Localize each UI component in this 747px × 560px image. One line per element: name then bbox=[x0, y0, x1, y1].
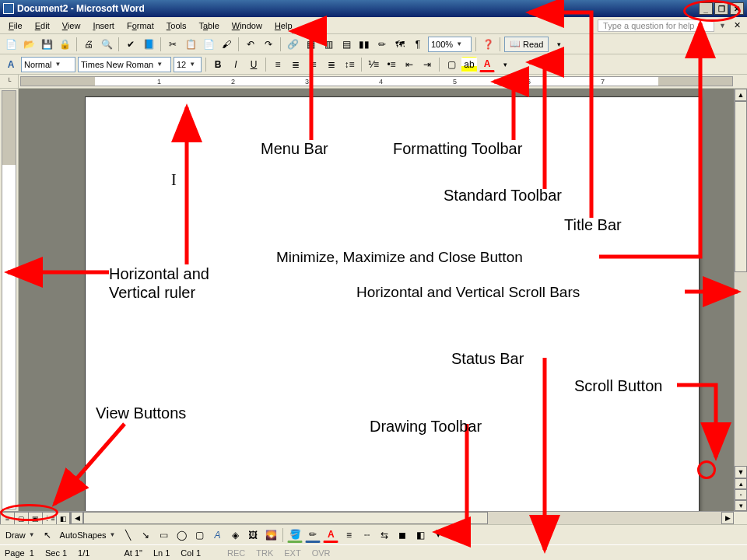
print-icon[interactable]: 🖨 bbox=[81, 37, 96, 52]
print-preview-icon[interactable]: 🔍 bbox=[99, 37, 114, 52]
help-dropdown-icon[interactable]: ▼ bbox=[719, 22, 726, 30]
page[interactable]: I bbox=[85, 96, 700, 511]
vertical-ruler[interactable] bbox=[0, 89, 19, 511]
bullets-icon[interactable]: •≡ bbox=[384, 57, 399, 72]
read-button[interactable]: 📖 Read bbox=[504, 37, 549, 52]
justify-icon[interactable]: ≣ bbox=[324, 57, 339, 72]
tables-borders-icon[interactable]: ▦ bbox=[303, 37, 318, 52]
drawbar-options-icon[interactable]: ▾ bbox=[430, 527, 446, 543]
format-painter-icon[interactable]: 🖌 bbox=[219, 37, 234, 52]
new-doc-icon[interactable]: 📄 bbox=[3, 37, 19, 52]
arrow-style-icon[interactable]: ⇆ bbox=[377, 527, 392, 543]
diagram-icon[interactable]: ◈ bbox=[227, 527, 243, 543]
save-icon[interactable]: 💾 bbox=[39, 37, 54, 52]
hyperlink-icon[interactable]: 🔗 bbox=[285, 37, 300, 52]
line-style-icon[interactable]: ≡ bbox=[341, 527, 356, 543]
increase-indent-icon[interactable]: ⇥ bbox=[419, 57, 435, 72]
dash-style-icon[interactable]: ┄ bbox=[359, 527, 374, 543]
borders-icon[interactable]: ▢ bbox=[444, 57, 459, 72]
autoshapes-menu[interactable]: AutoShapes▼ bbox=[58, 527, 118, 543]
line-color-icon[interactable]: ✏ bbox=[305, 527, 321, 543]
align-right-icon[interactable]: ≡ bbox=[306, 57, 321, 72]
bold-icon[interactable]: B bbox=[210, 57, 226, 72]
permission-icon[interactable]: 🔒 bbox=[57, 37, 72, 52]
zoom-combo[interactable]: 100%▼ bbox=[428, 37, 472, 52]
spelling-icon[interactable]: ✔ bbox=[123, 37, 139, 52]
hscroll-thumb[interactable] bbox=[83, 512, 488, 524]
menu-help[interactable]: Help bbox=[269, 19, 298, 32]
toolbar-options-icon-2[interactable]: ▾ bbox=[497, 57, 513, 72]
open-icon[interactable]: 📂 bbox=[21, 37, 37, 52]
vscroll-track[interactable] bbox=[735, 101, 747, 466]
shadow-style-icon[interactable]: ◼ bbox=[395, 527, 410, 543]
menu-format[interactable]: Format bbox=[121, 19, 160, 32]
redo-icon[interactable]: ↷ bbox=[261, 37, 276, 52]
style-combo[interactable]: Normal▼ bbox=[21, 57, 75, 72]
menu-tools[interactable]: Tools bbox=[161, 19, 192, 32]
excel-icon[interactable]: ▤ bbox=[338, 37, 354, 52]
fill-color-icon[interactable]: 🪣 bbox=[287, 527, 303, 543]
arrow-icon[interactable]: ↘ bbox=[138, 527, 153, 543]
hscroll-track[interactable] bbox=[83, 512, 721, 524]
scroll-down-button[interactable]: ▼ bbox=[735, 466, 747, 478]
highlight-icon[interactable]: ab bbox=[461, 57, 477, 72]
copy-icon[interactable]: 📋 bbox=[183, 37, 198, 52]
vertical-scrollbar[interactable]: ▲ ▼ ▴ ◦ ▾ bbox=[734, 89, 747, 511]
prev-page-button[interactable]: ▴ bbox=[735, 478, 747, 489]
show-hide-icon[interactable]: ¶ bbox=[410, 37, 426, 52]
draw-menu[interactable]: Draw▼ bbox=[3, 527, 37, 543]
clipart-icon[interactable]: 🖼 bbox=[245, 527, 261, 543]
scroll-right-button[interactable]: ▶ bbox=[721, 512, 734, 524]
font-combo[interactable]: Times New Roman▼ bbox=[78, 57, 171, 72]
menu-window[interactable]: Window bbox=[226, 19, 268, 32]
line-spacing-icon[interactable]: ↕≡ bbox=[342, 57, 357, 72]
status-trk[interactable]: TRK bbox=[256, 548, 273, 558]
select-objects-icon[interactable]: ↖ bbox=[40, 527, 55, 543]
line-icon[interactable]: ╲ bbox=[120, 527, 135, 543]
status-ovr[interactable]: OVR bbox=[312, 548, 331, 558]
browse-object-button[interactable]: ◦ bbox=[735, 489, 747, 500]
font-color-draw-icon[interactable]: A bbox=[323, 527, 338, 543]
menu-view[interactable]: View bbox=[57, 19, 86, 32]
textbox-icon[interactable]: ▢ bbox=[191, 527, 207, 543]
drawing-toggle-icon[interactable]: ✏ bbox=[374, 37, 390, 52]
help-icon[interactable]: ❓ bbox=[480, 37, 496, 52]
3d-style-icon[interactable]: ◧ bbox=[412, 527, 428, 543]
rectangle-icon[interactable]: ▭ bbox=[156, 527, 171, 543]
horizontal-ruler[interactable]: 1 2 3 4 5 6 7 bbox=[20, 76, 733, 86]
research-icon[interactable]: 📘 bbox=[141, 37, 156, 52]
wordart-icon[interactable]: A bbox=[209, 527, 225, 543]
vscroll-thumb[interactable] bbox=[735, 101, 747, 272]
insert-table-icon[interactable]: ▥ bbox=[321, 37, 336, 52]
oval-icon[interactable]: ◯ bbox=[174, 527, 189, 543]
menu-table[interactable]: Table bbox=[193, 19, 224, 32]
status-rec[interactable]: REC bbox=[227, 548, 245, 558]
undo-icon[interactable]: ↶ bbox=[243, 37, 258, 52]
align-left-icon[interactable]: ≡ bbox=[270, 57, 286, 72]
styles-pane-icon[interactable]: A bbox=[3, 57, 19, 72]
columns-icon[interactable]: ▮▮ bbox=[356, 37, 372, 52]
italic-icon[interactable]: I bbox=[228, 57, 244, 72]
align-center-icon[interactable]: ≣ bbox=[288, 57, 303, 72]
next-page-button[interactable]: ▾ bbox=[735, 500, 747, 511]
numbering-icon[interactable]: ⅟≡ bbox=[366, 57, 381, 72]
reading-layout-view-button[interactable]: ◧ bbox=[56, 512, 70, 525]
status-ext[interactable]: EXT bbox=[284, 548, 300, 558]
toolbar-options-icon[interactable]: ▾ bbox=[551, 37, 566, 52]
decrease-indent-icon[interactable]: ⇤ bbox=[402, 57, 417, 72]
menu-close-icon[interactable]: ✕ bbox=[734, 20, 741, 30]
paste-icon[interactable]: 📄 bbox=[201, 37, 216, 52]
insert-picture-icon[interactable]: 🌄 bbox=[263, 527, 279, 543]
doc-map-icon[interactable]: 🗺 bbox=[392, 37, 408, 52]
tab-selector[interactable]: └ bbox=[0, 75, 19, 88]
font-color-icon[interactable]: A bbox=[479, 57, 495, 72]
menu-edit[interactable]: Edit bbox=[30, 19, 55, 32]
scroll-up-button[interactable]: ▲ bbox=[735, 89, 747, 101]
help-search-box[interactable]: Type a question for help bbox=[598, 19, 714, 32]
scroll-left-button[interactable]: ◀ bbox=[71, 512, 83, 524]
cut-icon[interactable]: ✂ bbox=[165, 37, 181, 52]
underline-icon[interactable]: U bbox=[246, 57, 261, 72]
menu-file[interactable]: File bbox=[3, 19, 28, 32]
font-size-combo[interactable]: 12▼ bbox=[174, 57, 202, 72]
menu-insert[interactable]: Insert bbox=[87, 19, 120, 32]
